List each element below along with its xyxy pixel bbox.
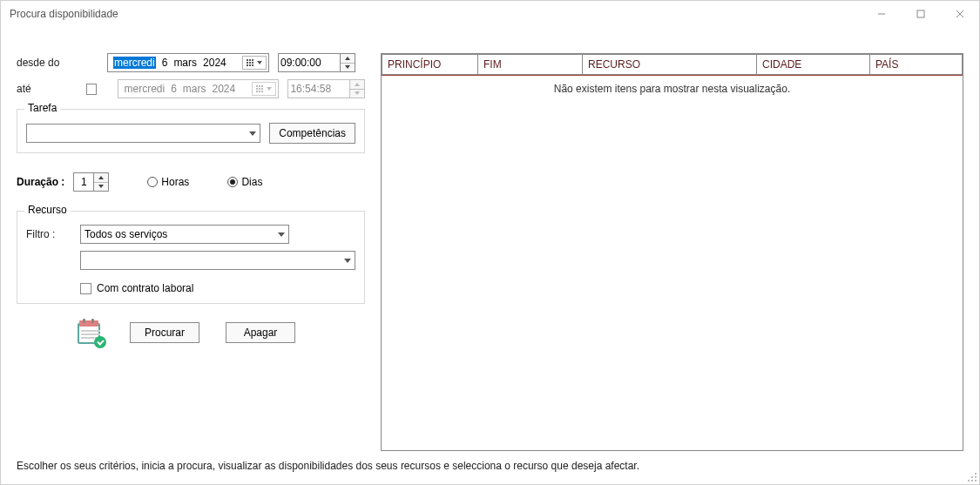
duration-label: Duração : [17, 176, 64, 188]
to-row: até mercredi 6 mars 2024 [17, 79, 365, 98]
chevron-down-icon [249, 131, 256, 136]
from-time-spinner [341, 53, 355, 72]
clear-button[interactable]: Apagar [226, 322, 295, 343]
resource-group: Recurso Filtro : Todos os serviços [17, 211, 365, 304]
filter-label: Filtro : [26, 228, 70, 240]
search-button[interactable]: Procurar [130, 322, 199, 343]
from-time-value[interactable] [279, 54, 340, 71]
resource-group-label: Recurso [24, 204, 71, 216]
from-time-up[interactable] [341, 54, 355, 64]
task-group: Tarefa Competências [17, 109, 365, 153]
task-group-label: Tarefa [24, 102, 60, 114]
action-row: Procurar Apagar [17, 320, 365, 346]
to-time-up[interactable] [350, 80, 364, 90]
from-day: 6 [162, 57, 168, 69]
duration-row: Duração : 1 Horas Dias [17, 172, 365, 192]
to-weekday: mercredi [124, 83, 165, 95]
svg-rect-1 [917, 10, 924, 17]
duration-value[interactable]: 1 [73, 172, 94, 192]
to-date-picker[interactable]: mercredi 6 mars 2024 [118, 79, 279, 98]
to-day: 6 [171, 83, 177, 95]
calendar-dropdown-icon[interactable] [242, 56, 267, 70]
duration-up[interactable] [94, 173, 108, 183]
col-recurso[interactable]: RECURSO [582, 54, 756, 75]
from-year: 2024 [203, 57, 226, 69]
empty-message: Não existem itens para mostrar nesta vis… [382, 76, 963, 102]
calendar-dropdown-icon [252, 82, 276, 96]
to-time-input [287, 79, 350, 98]
window-title: Procura disponibilidade [10, 8, 118, 20]
to-time-spinner [350, 79, 365, 98]
col-pais[interactable]: PAÍS [869, 54, 963, 75]
contract-label: Com contrato laboral [97, 282, 193, 294]
titlebar: Procura disponibilidade [1, 1, 979, 27]
from-weekday: mercredi [113, 57, 156, 69]
col-cidade[interactable]: CIDADE [756, 54, 869, 75]
to-label: até [17, 83, 86, 95]
calendar-check-icon [78, 320, 104, 346]
competencies-button[interactable]: Competências [269, 123, 355, 144]
results-panel: PRINCÍPIO FIM RECURSO CIDADE PAÍS Não ex… [381, 53, 963, 451]
task-combo[interactable] [26, 124, 260, 143]
from-time-input[interactable] [278, 53, 341, 72]
from-date-picker[interactable]: mercredi 6 mars 2024 [107, 53, 269, 72]
resize-grip[interactable] [966, 471, 977, 482]
from-time-down[interactable] [341, 64, 355, 72]
to-month: mars [183, 83, 206, 95]
duration-spinner [94, 172, 109, 192]
chevron-down-icon [278, 232, 285, 237]
filter-value: Todos os serviços [84, 228, 167, 240]
window-buttons [862, 1, 979, 27]
hours-radio[interactable]: Horas [147, 176, 189, 188]
contract-checkbox[interactable] [80, 283, 91, 294]
left-pane: desde do mercredi 6 mars 2024 [17, 53, 365, 451]
maximize-button[interactable] [901, 1, 940, 27]
content: desde do mercredi 6 mars 2024 [1, 27, 979, 460]
from-label: desde do [17, 57, 86, 69]
window: Procura disponibilidade desde do mercred… [0, 0, 980, 485]
from-month: mars [173, 57, 197, 69]
minimize-button[interactable] [862, 1, 901, 27]
footer-text: Escolher os seus critérios, inicia a pro… [1, 460, 979, 484]
to-time-value [288, 80, 349, 98]
col-principio[interactable]: PRINCÍPIO [382, 54, 477, 75]
col-fim[interactable]: FIM [477, 54, 582, 75]
sub-filter-combo[interactable] [80, 251, 355, 270]
filter-combo[interactable]: Todos os serviços [80, 225, 289, 244]
days-radio[interactable]: Dias [227, 176, 262, 188]
table-header: PRINCÍPIO FIM RECURSO CIDADE PAÍS [382, 54, 963, 75]
close-button[interactable] [940, 1, 979, 27]
to-time-down[interactable] [350, 90, 364, 98]
chevron-down-icon [344, 259, 351, 263]
to-enable-checkbox[interactable] [86, 84, 98, 95]
duration-down[interactable] [94, 183, 108, 192]
from-row: desde do mercredi 6 mars 2024 [17, 53, 365, 72]
to-year: 2024 [213, 83, 236, 95]
